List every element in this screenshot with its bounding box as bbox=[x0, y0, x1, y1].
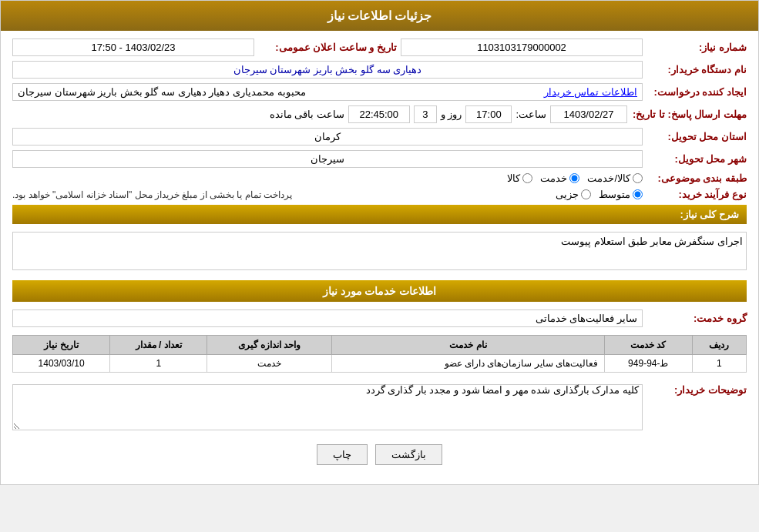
city-label: شهر محل تحویل: bbox=[646, 153, 747, 165]
classification-label-khidmat: خدمت bbox=[540, 172, 567, 184]
city-value: سیرجان bbox=[12, 150, 643, 168]
col-date: تاریخ نیاز bbox=[13, 336, 110, 355]
buyer-desc-label: توضیحات خریدار: bbox=[646, 380, 747, 396]
buyer-desc-row: توضیحات خریدار: کلیه مدارک بارگذاری شده … bbox=[12, 380, 747, 433]
page-content: شماره نیاز: 1103103179000002 تاریخ و ساع… bbox=[1, 31, 758, 484]
cell-service-code: ط-94-949 bbox=[605, 355, 693, 373]
cell-quantity: 1 bbox=[110, 355, 207, 373]
purchase-type-label-jozi: جزیی bbox=[556, 189, 579, 200]
service-group-label: گروه خدمت: bbox=[646, 313, 747, 324]
need-number-value: 1103103179000002 bbox=[401, 38, 643, 56]
purchase-type-label-mutavasit: متوسط bbox=[599, 189, 630, 200]
need-desc-container: اجرای سنگفرش معابر طبق استعلام پیوست bbox=[12, 232, 747, 273]
classification-radio-khidmat[interactable] bbox=[569, 173, 579, 183]
need-desc-label: شرح کلی نیاز: bbox=[680, 209, 739, 220]
purchase-type-row: نوع فرآیند خرید: متوسط جزیی پرداخت تمام … bbox=[12, 189, 747, 200]
deadline-days: 3 bbox=[414, 105, 437, 123]
deadline-time: 17:00 bbox=[465, 105, 512, 123]
cell-date: 1403/03/10 bbox=[13, 355, 110, 373]
purchase-type-options: متوسط جزیی bbox=[296, 189, 643, 200]
services-table-section: ردیف کد خدمت نام خدمت واحد اندازه گیری ت… bbox=[12, 335, 747, 373]
cell-unit: خدمت bbox=[207, 355, 332, 373]
button-row: بازگشت چاپ bbox=[12, 444, 747, 465]
announcement-label: تاریخ و ساعت اعلان عمومی: bbox=[258, 42, 397, 53]
back-button[interactable]: بازگشت bbox=[375, 444, 442, 465]
deadline-remaining: 22:45:00 bbox=[348, 105, 410, 123]
purchase-type-radio-jozi[interactable] bbox=[581, 189, 591, 199]
creator-name: محبوبه محمدیاری دهیار دهیاری سه گلو بخش … bbox=[18, 86, 306, 98]
province-label: استان محل تحویل: bbox=[646, 131, 747, 142]
table-header-row: ردیف کد خدمت نام خدمت واحد اندازه گیری ت… bbox=[13, 336, 747, 355]
announcement-value: 1403/02/23 - 17:50 bbox=[12, 38, 254, 56]
page-wrapper: جزئیات اطلاعات نیاز شماره نیاز: 11031031… bbox=[0, 0, 759, 485]
classification-label-kala-khidmat: کالا/خدمت bbox=[587, 172, 630, 184]
page-title: جزئیات اطلاعات نیاز bbox=[327, 9, 432, 22]
deadline-time-label: ساعت: bbox=[516, 109, 546, 120]
buyer-desc-textarea[interactable] bbox=[12, 384, 643, 430]
col-service-name: نام خدمت bbox=[331, 336, 604, 355]
deadline-remaining-label: ساعت باقی مانده bbox=[270, 109, 344, 120]
cell-row-num: 1 bbox=[692, 355, 746, 373]
purchase-type-label: نوع فرآیند خرید: bbox=[646, 189, 747, 200]
table-row: 1 ط-94-949 فعالیت‌های سایر سازمان‌های دا… bbox=[13, 355, 747, 373]
buyer-org-value: دهیاری سه گلو بخش باریز شهرستان سیرجان bbox=[12, 61, 643, 79]
deadline-date: 1403/02/27 bbox=[550, 105, 627, 123]
buyer-org-row: نام دستگاه خریدار: دهیاری سه گلو بخش بار… bbox=[12, 61, 747, 79]
purchase-type-note: پرداخت تمام یا بخشی از مبلغ خریداز محل "… bbox=[12, 189, 292, 200]
province-value: کرمان bbox=[12, 128, 643, 146]
creator-row: ایجاد کننده درخواست: اطلاعات تماس خریدار… bbox=[12, 83, 747, 101]
classification-options: کالا/خدمت خدمت کالا bbox=[12, 172, 643, 184]
creator-value: اطلاعات تماس خریدار محبوبه محمدیاری دهیا… bbox=[12, 83, 643, 101]
province-row: استان محل تحویل: کرمان bbox=[12, 128, 747, 146]
classification-radio-kala[interactable] bbox=[522, 173, 532, 183]
deadline-label: مهلت ارسال پاسخ: تا تاریخ: bbox=[631, 109, 747, 120]
creator-link[interactable]: اطلاعات تماس خریدار bbox=[544, 86, 637, 98]
need-number-row: شماره نیاز: 1103103179000002 تاریخ و ساع… bbox=[12, 38, 747, 56]
classification-radio-kala-khidmat[interactable] bbox=[633, 173, 643, 183]
buyer-desc-container: کلیه مدارک بارگذاری شده مهر و امضا شود و… bbox=[12, 380, 643, 433]
purchase-type-radio-mutavasit[interactable] bbox=[633, 189, 643, 199]
services-table: ردیف کد خدمت نام خدمت واحد اندازه گیری ت… bbox=[12, 335, 747, 373]
services-section-title: اطلاعات خدمات مورد نیاز bbox=[12, 280, 747, 302]
classification-kala[interactable]: کالا bbox=[507, 172, 532, 184]
creator-label: ایجاد کننده درخواست: bbox=[646, 86, 747, 98]
need-desc-section: شرح کلی نیاز: اجرای سنگفرش معابر طبق است… bbox=[12, 205, 747, 273]
classification-label: طبقه بندی موضوعی: bbox=[646, 172, 747, 184]
need-desc-textarea[interactable] bbox=[12, 232, 747, 270]
classification-kala-khidmat[interactable]: کالا/خدمت bbox=[587, 172, 643, 184]
service-group-value: سایر فعالیت‌های خدماتی bbox=[12, 309, 643, 327]
buyer-org-label: نام دستگاه خریدار: bbox=[646, 64, 747, 75]
city-row: شهر محل تحویل: سیرجان bbox=[12, 150, 747, 168]
page-header: جزئیات اطلاعات نیاز bbox=[1, 1, 758, 31]
classification-row: طبقه بندی موضوعی: کالا/خدمت خدمت کالا bbox=[12, 172, 747, 184]
col-quantity: تعداد / مقدار bbox=[110, 336, 207, 355]
classification-khidmat[interactable]: خدمت bbox=[540, 172, 579, 184]
classification-label-kala: کالا bbox=[507, 172, 520, 184]
service-group-row: گروه خدمت: سایر فعالیت‌های خدماتی bbox=[12, 309, 747, 327]
purchase-type-mutavasit[interactable]: متوسط bbox=[599, 189, 643, 200]
cell-service-name: فعالیت‌های سایر سازمان‌های دارای عضو bbox=[331, 355, 604, 373]
deadline-days-label: روز و bbox=[441, 109, 462, 120]
deadline-row: مهلت ارسال پاسخ: تا تاریخ: 1403/02/27 سا… bbox=[12, 105, 747, 123]
need-desc-title: شرح کلی نیاز: bbox=[12, 205, 747, 224]
print-button[interactable]: چاپ bbox=[317, 444, 368, 465]
purchase-type-jozi[interactable]: جزیی bbox=[556, 189, 591, 200]
col-service-code: کد خدمت bbox=[605, 336, 693, 355]
col-unit: واحد اندازه گیری bbox=[207, 336, 332, 355]
need-number-label: شماره نیاز: bbox=[646, 42, 747, 53]
col-row-num: ردیف bbox=[692, 336, 746, 355]
